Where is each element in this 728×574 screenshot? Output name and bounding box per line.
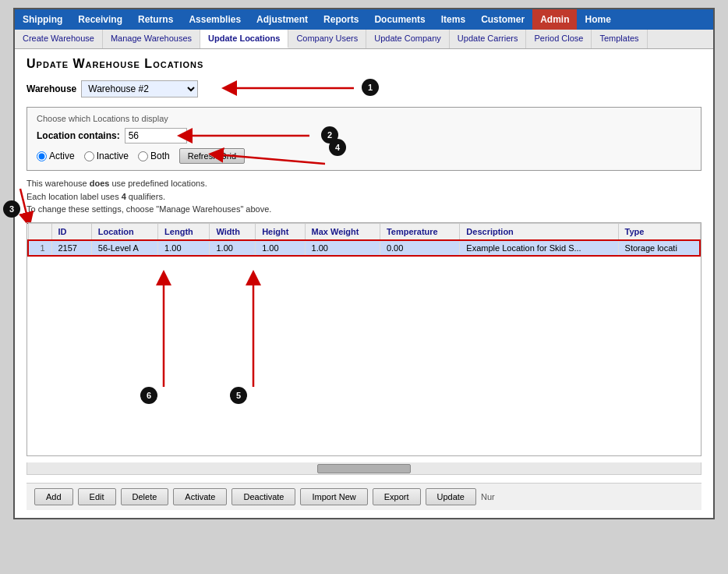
table-row[interactable]: 1 2157 56-Level A 1.00 1.00 1.00 1.00 0.… (28, 240, 700, 256)
nav-receiving[interactable]: Receiving (70, 9, 130, 30)
subnav-update-locations[interactable]: Update Locations (200, 30, 288, 48)
cell-temperature: 0.00 (380, 240, 459, 256)
annotation-arrow-6 (148, 270, 195, 395)
subnav-company-users[interactable]: Company Users (288, 30, 366, 48)
col-header-height[interactable]: Height (256, 223, 305, 240)
annotation-badge-1: 1 (362, 79, 379, 96)
sub-nav: Create Warehouse Manage Warehouses Updat… (15, 30, 713, 49)
cell-height: 1.00 (256, 240, 305, 256)
cell-maxweight: 1.00 (305, 240, 380, 256)
annotation-badge-4: 4 (329, 139, 346, 156)
annotation-badge-6: 6 (140, 387, 157, 404)
radio-active-label[interactable]: Active (37, 151, 75, 161)
cell-type: Storage locati (618, 240, 700, 256)
filter-box: Choose which Locations to display Locati… (27, 107, 701, 171)
horizontal-scrollbar[interactable] (27, 462, 701, 475)
subnav-create-warehouse[interactable]: Create Warehouse (15, 30, 103, 48)
radio-active[interactable] (37, 151, 47, 161)
nav-items[interactable]: Items (433, 9, 473, 30)
subnav-templates[interactable]: Templates (592, 30, 647, 48)
radio-row: Active Inactive Both Refresh Grid (37, 148, 691, 164)
info-section: This warehouse does use predefined locat… (27, 177, 701, 216)
col-header-rownum (28, 223, 51, 240)
subnav-manage-warehouses[interactable]: Manage Warehouses (103, 30, 200, 48)
row-num-cell: 1 (28, 240, 51, 256)
nav-admin[interactable]: Admin (532, 9, 577, 30)
scrollbar-thumb[interactable] (317, 464, 411, 473)
delete-button[interactable]: Delete (121, 488, 169, 505)
data-grid[interactable]: ID Location Length Width Height Max Weig… (27, 222, 701, 456)
nav-assemblies[interactable]: Assemblies (181, 9, 249, 30)
nav-returns[interactable]: Returns (130, 9, 181, 30)
cell-id: 2157 (51, 240, 91, 256)
radio-both-label[interactable]: Both (138, 151, 170, 161)
update-button[interactable]: Update (426, 488, 476, 505)
col-header-description[interactable]: Description (460, 223, 618, 240)
annotation-arrow-5 (238, 270, 284, 395)
col-header-temperature[interactable]: Temperature (380, 223, 459, 240)
top-nav: Shipping Receiving Returns Assemblies Ad… (15, 9, 713, 30)
warehouse-select[interactable]: Warehouse #2 (81, 80, 198, 97)
filter-box-title: Choose which Locations to display (37, 114, 691, 123)
page-title: Update Warehouse Locations (27, 57, 701, 71)
nav-customer[interactable]: Customer (473, 9, 532, 30)
subnav-update-company[interactable]: Update Company (366, 30, 450, 48)
annotation-arrow-3 (12, 185, 44, 224)
bottom-toolbar: Add Edit Delete Activate Deactivate Impo… (27, 483, 701, 510)
location-contains-label: Location contains: (37, 130, 120, 141)
warehouse-label: Warehouse (27, 83, 76, 94)
nav-home[interactable]: Home (577, 9, 618, 30)
locations-table: ID Location Length Width Height Max Weig… (27, 223, 701, 257)
filter-row: Location contains: 2 (37, 128, 691, 144)
nav-adjustment[interactable]: Adjustment (249, 9, 316, 30)
info-text: This warehouse does use predefined locat… (27, 177, 701, 216)
page-content: Update Warehouse Locations Warehouse War… (15, 49, 713, 518)
cell-width: 1.00 (210, 240, 256, 256)
annotation-arrow-4 (208, 133, 333, 172)
subnav-period-close[interactable]: Period Close (526, 30, 592, 48)
export-button[interactable]: Export (373, 488, 421, 505)
col-header-type[interactable]: Type (618, 223, 700, 240)
nav-shipping[interactable]: Shipping (15, 9, 70, 30)
annotation-arrow-1 (221, 77, 362, 101)
cell-length: 1.00 (158, 240, 210, 256)
nav-documents[interactable]: Documents (366, 9, 433, 30)
col-header-maxweight[interactable]: Max Weight (305, 223, 380, 240)
import-new-button[interactable]: Import New (300, 488, 367, 505)
deactivate-button[interactable]: Deactivate (231, 488, 295, 505)
radio-inactive-label[interactable]: Inactive (84, 151, 129, 161)
warehouse-row: Warehouse Warehouse #2 1 (27, 80, 701, 97)
svg-line-2 (216, 154, 325, 164)
activate-button[interactable]: Activate (173, 488, 227, 505)
svg-line-3 (20, 189, 28, 220)
col-header-location[interactable]: Location (91, 223, 157, 240)
col-header-id[interactable]: ID (51, 223, 91, 240)
main-window: Shipping Receiving Returns Assemblies Ad… (13, 8, 715, 519)
subnav-update-carriers[interactable]: Update Carriers (450, 30, 527, 48)
add-button[interactable]: Add (34, 488, 73, 505)
num-label: Nur (481, 492, 495, 501)
cell-location: 56-Level A (91, 240, 157, 256)
col-header-length[interactable]: Length (158, 223, 210, 240)
cell-description: Example Location for Skid S... (460, 240, 618, 256)
col-header-width[interactable]: Width (210, 223, 256, 240)
edit-button[interactable]: Edit (78, 488, 116, 505)
nav-reports[interactable]: Reports (316, 9, 366, 30)
radio-inactive[interactable] (84, 151, 94, 161)
radio-both[interactable] (138, 151, 148, 161)
annotation-badge-5: 5 (230, 387, 247, 404)
